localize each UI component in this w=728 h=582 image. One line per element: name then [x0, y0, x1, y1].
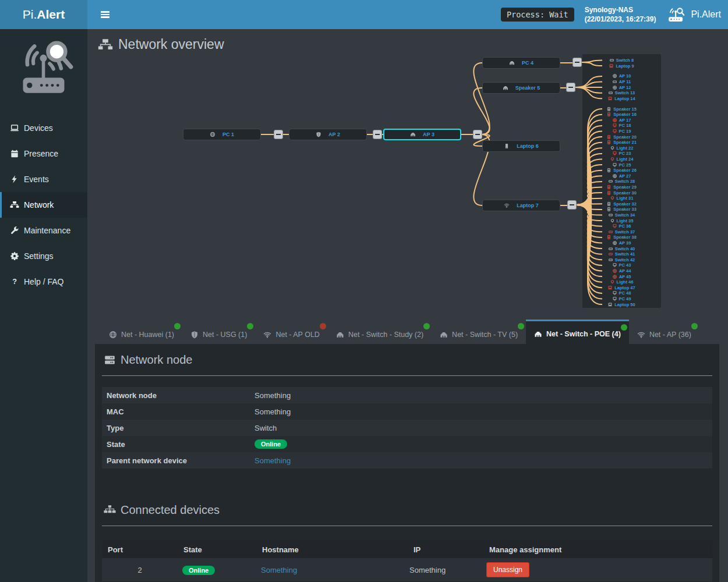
sidebar-item-devices[interactable]: Devices — [0, 115, 87, 141]
light-device-icon — [610, 146, 614, 150]
diagram-node-pc-1[interactable]: PC 1 — [183, 129, 261, 140]
sidebar-item-maintenance[interactable]: Maintenance — [0, 218, 87, 243]
sidebar-item-label: Maintenance — [24, 226, 70, 235]
collapse-button[interactable] — [566, 83, 575, 92]
svg-text:?: ? — [12, 278, 17, 286]
device-row-pc-25[interactable]: PC 25 — [582, 162, 661, 168]
device-row-speaker-30[interactable]: Speaker 30 — [582, 190, 661, 196]
device-row-light-24[interactable]: Light 24 — [582, 157, 661, 162]
sidebar-item-events[interactable]: Events — [0, 166, 87, 192]
host-time: (22/01/2023, 16:27:39) — [585, 15, 656, 24]
device-row-pc-18[interactable]: PC 18 — [582, 123, 661, 129]
tab-net-switch-study-2[interactable]: Net - Switch - Study (2) — [328, 322, 432, 347]
diagram-node-laptop-7[interactable]: Laptop 7 — [482, 200, 560, 211]
sidebar-item-presence[interactable]: Presence — [0, 141, 87, 166]
sidebar-item-network[interactable]: Network — [0, 192, 87, 218]
device-row-laptop-9[interactable]: Laptop 9 — [582, 63, 661, 69]
device-label: PC 18 — [619, 123, 631, 128]
collapse-button[interactable] — [473, 130, 482, 139]
device-row-light-22[interactable]: Light 22 — [582, 146, 661, 151]
device-label: Speaker 26 — [613, 168, 637, 173]
wifi-icon — [504, 203, 510, 208]
device-row-pc-49[interactable]: PC 49 — [582, 296, 661, 302]
pc-device-icon — [613, 297, 617, 301]
device-row-ap-39[interactable]: AP 39 — [582, 240, 661, 246]
tab-net-switch-poe-4[interactable]: Net - Switch - POE (4) — [526, 320, 629, 347]
app-home-link[interactable]: Pi.Alert — [666, 7, 721, 22]
hamburger-icon — [101, 10, 109, 19]
device-row-switch-8[interactable]: Switch 8 — [582, 58, 661, 63]
device-row-pc-43[interactable]: PC 43 — [582, 262, 661, 268]
device-row-speaker-29[interactable]: Speaker 29 — [582, 184, 661, 190]
device-label: Light 35 — [617, 218, 634, 223]
device-row-speaker-38[interactable]: Speaker 38 — [582, 235, 661, 240]
device-row-laptop-47[interactable]: Laptop 47 — [582, 285, 661, 291]
tab-net-ap-old[interactable]: Net - AP OLD — [255, 322, 328, 347]
ethernet-icon — [534, 330, 542, 338]
tab-net-switch-tv-5[interactable]: Net - Switch - TV (5) — [432, 322, 526, 347]
device-row-pc-36[interactable]: PC 36 — [582, 223, 661, 229]
collapse-button[interactable] — [567, 200, 577, 210]
device-row-speaker-33[interactable]: Speaker 33 — [582, 207, 661, 212]
device-row-switch-28[interactable]: Switch 28 — [582, 179, 661, 184]
sidebar-toggle-button[interactable] — [96, 4, 114, 25]
switch-device-icon — [609, 252, 613, 256]
device-row-light-35[interactable]: Light 35 — [582, 218, 661, 223]
table-row: TypeSwitch — [102, 420, 712, 436]
row-label: Parent network device — [102, 456, 250, 465]
device-row-pc-48[interactable]: PC 48 — [582, 290, 661, 296]
sidebar-item-help-faq[interactable]: ?Help / FAQ — [0, 269, 87, 294]
device-label: Switch 40 — [615, 246, 635, 251]
tab-net-huawei-1[interactable]: Net - Huawei (1) — [101, 322, 182, 347]
device-row-ap-12[interactable]: AP 12 — [582, 84, 661, 90]
diagram-node-pc-4[interactable]: PC 4 — [482, 57, 560, 69]
device-row-ap-44[interactable]: AP 44 — [582, 268, 661, 274]
network-node-table: Network nodeSomethingMACSomethingTypeSwi… — [102, 387, 712, 469]
diagram-node-laptop-6[interactable]: Laptop 6 — [482, 140, 560, 152]
row-value: Something — [255, 391, 291, 400]
collapse-button[interactable] — [572, 58, 582, 67]
device-row-light-31[interactable]: Light 31 — [582, 196, 661, 201]
collapse-button[interactable] — [274, 130, 283, 139]
unassign-button[interactable]: Unassign — [486, 562, 529, 577]
column-header-ip: IP — [408, 545, 483, 554]
device-row-ap-27[interactable]: AP 27 — [582, 173, 661, 179]
diagram-node-speaker-5[interactable]: Speaker 5 — [482, 82, 560, 94]
diagram-node-ap-3[interactable]: AP 3 — [383, 129, 461, 140]
device-row-ap-45[interactable]: AP 45 — [582, 274, 661, 279]
tab-label: Net - Switch - TV (5) — [452, 331, 518, 339]
device-row-speaker-15[interactable]: Speaker 15 — [582, 106, 661, 112]
device-row-ap-11[interactable]: AP 11 — [582, 79, 661, 85]
collapse-button[interactable] — [373, 130, 382, 139]
hostname-link[interactable]: Something — [261, 566, 297, 574]
device-row-speaker-32[interactable]: Speaker 32 — [582, 201, 661, 207]
device-row-switch-37[interactable]: Switch 37 — [582, 229, 661, 235]
device-row-pc-19[interactable]: PC 19 — [582, 129, 661, 134]
device-row-switch-40[interactable]: Switch 40 — [582, 246, 661, 251]
device-row-laptop-14[interactable]: Laptop 14 — [582, 96, 661, 102]
diagram-node-ap-2[interactable]: AP 2 — [289, 129, 367, 140]
device-row-ap-10[interactable]: AP 10 — [582, 73, 661, 79]
sidebar-item-label: Events — [24, 175, 49, 184]
brand[interactable]: Pi.Alert — [0, 0, 87, 29]
device-row-ap-17[interactable]: AP 17 — [582, 118, 661, 123]
device-label: PC 23 — [619, 151, 631, 156]
parent-device-link[interactable]: Something — [255, 456, 291, 465]
device-row-speaker-21[interactable]: Speaker 21 — [582, 140, 661, 146]
device-row-speaker-26[interactable]: Speaker 26 — [582, 168, 661, 173]
device-row-pc-23[interactable]: PC 23 — [582, 151, 661, 157]
device-row-switch-41[interactable]: Switch 41 — [582, 251, 661, 257]
device-row-speaker-16[interactable]: Speaker 16 — [582, 112, 661, 118]
tab-net-ap-36[interactable]: Net - AP (36) — [629, 322, 699, 347]
device-row-switch-13[interactable]: Switch 13 — [582, 90, 661, 96]
switch-device-icon — [609, 258, 613, 262]
device-row-speaker-20[interactable]: Speaker 20 — [582, 134, 661, 140]
tab-net-usg-1[interactable]: Net - USG (1) — [182, 322, 255, 347]
column-header-manage-assignment: Manage assignment — [483, 545, 712, 554]
device-row-light-46[interactable]: Light 46 — [582, 279, 661, 285]
device-row-switch-42[interactable]: Switch 42 — [582, 257, 661, 263]
device-row-switch-34[interactable]: Switch 34 — [582, 212, 661, 218]
sidebar-item-settings[interactable]: Settings — [0, 243, 87, 269]
device-row-laptop-50[interactable]: Laptop 50 — [582, 301, 661, 307]
network-diagram: PC 1AP 2AP 3PC 4Speaker 5Laptop 6Laptop … — [87, 29, 728, 317]
